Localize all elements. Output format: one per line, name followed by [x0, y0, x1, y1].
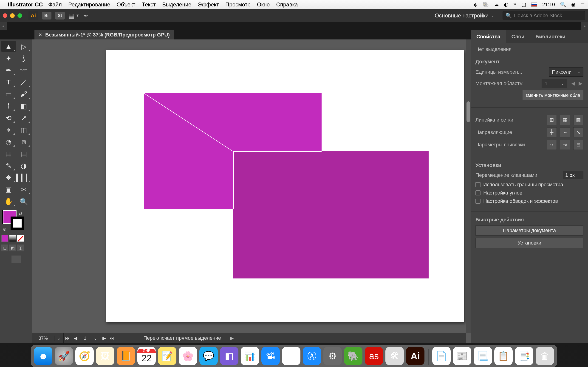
- window-maximize[interactable]: [17, 13, 22, 18]
- color-mode-none[interactable]: [17, 235, 24, 242]
- dock-document-1[interactable]: 📄: [432, 347, 451, 365]
- status-play-icon[interactable]: ▶: [230, 335, 233, 341]
- guides-lock-icon[interactable]: ⧜: [560, 127, 570, 137]
- snap-grid-icon[interactable]: ⇥: [560, 140, 570, 150]
- dock-finder[interactable]: ☻: [34, 347, 52, 365]
- pen-tool[interactable]: ✒: [1, 65, 16, 76]
- dock-trash[interactable]: 🗑: [536, 347, 554, 365]
- color-mode-gradient[interactable]: [9, 235, 16, 242]
- dropbox-icon[interactable]: ⬖: [474, 2, 477, 8]
- input-language-flag[interactable]: [531, 2, 537, 7]
- last-artboard-button[interactable]: ⏭: [108, 333, 116, 343]
- rectangle-shape-2[interactable]: [233, 151, 429, 278]
- color-mode-fill[interactable]: [1, 235, 8, 242]
- left-panel-expand[interactable]: «: [0, 22, 7, 30]
- stock-search-field[interactable]: 🔍 Поиск в Adobe Stock: [502, 11, 585, 20]
- artboard-nav[interactable]: ◀▶: [570, 81, 583, 86]
- dock-illustrator[interactable]: Ai: [406, 347, 424, 365]
- right-panel-expand[interactable]: »: [581, 22, 588, 30]
- dock-appstore[interactable]: Ⓐ: [303, 347, 321, 365]
- hand-tool[interactable]: ✋: [1, 196, 16, 207]
- tab-properties[interactable]: Свойства: [471, 30, 506, 43]
- use-preview-bounds-checkbox[interactable]: Использовать границы просмотра: [476, 182, 583, 188]
- edit-artboards-button[interactable]: зменить монтажные обла: [523, 90, 583, 100]
- magic-wand-tool[interactable]: ✦: [1, 53, 16, 64]
- column-graph-tool[interactable]: ▍▎▏: [17, 172, 31, 183]
- shaper-tool[interactable]: ⌇: [1, 100, 16, 111]
- rectangle-tool[interactable]: ▭: [1, 89, 16, 100]
- menu-help[interactable]: Справка: [276, 1, 298, 8]
- menubar-app-name[interactable]: Illustrator CC: [8, 1, 43, 8]
- dock-keynote[interactable]: 📽: [261, 347, 280, 365]
- lasso-tool[interactable]: ⟆: [17, 53, 31, 64]
- selection-tool[interactable]: ▲: [1, 41, 16, 52]
- dock-launchpad[interactable]: 🚀: [55, 347, 73, 365]
- dock-itunes[interactable]: ♪: [282, 347, 300, 365]
- artboard-tool[interactable]: ▣: [1, 184, 16, 195]
- first-artboard-button[interactable]: ⏮: [64, 333, 71, 343]
- blend-tool[interactable]: ◑: [17, 160, 31, 171]
- curvature-tool[interactable]: 〰: [17, 65, 31, 76]
- dock-app-purple[interactable]: ◧: [220, 347, 238, 365]
- eyedropper-tool[interactable]: ✎: [1, 160, 16, 171]
- menu-edit[interactable]: Редактирование: [68, 1, 110, 8]
- artboard-number[interactable]: 1: [79, 336, 91, 341]
- keymove-input[interactable]: 1 px: [563, 171, 583, 179]
- dock-calendar[interactable]: ЯНВ22: [137, 347, 156, 365]
- dock-document-2[interactable]: 📰: [453, 347, 471, 365]
- dock-photos[interactable]: 🌸: [179, 347, 197, 365]
- evernote-menubar-icon[interactable]: 🐘: [483, 2, 489, 8]
- mesh-tool[interactable]: ▦: [1, 148, 16, 159]
- menubar-clock[interactable]: 21:10: [542, 2, 555, 8]
- dock-messages[interactable]: 💬: [199, 347, 218, 365]
- artboard[interactable]: [106, 50, 464, 322]
- scale-strokes-checkbox[interactable]: Настройка обводок и эффектов: [476, 198, 583, 204]
- tab-libraries[interactable]: Библиотеки: [530, 30, 571, 43]
- dock-utility[interactable]: 🛠: [385, 347, 404, 365]
- dock-document-4[interactable]: 📋: [494, 347, 513, 365]
- grid-icon[interactable]: ▦: [560, 115, 570, 125]
- tab-layers[interactable]: Слои: [506, 30, 530, 43]
- bridge-button[interactable]: Br: [42, 12, 52, 19]
- gradient-tool[interactable]: ▤: [17, 148, 31, 159]
- preferences-button[interactable]: Установки: [476, 238, 583, 248]
- artboard-select[interactable]: 1⌄: [542, 79, 567, 88]
- draw-behind[interactable]: ◩: [9, 244, 16, 251]
- document-params-button[interactable]: Параметры документа: [476, 225, 583, 236]
- paintbrush-tool[interactable]: 🖌: [17, 89, 31, 100]
- dock-notes[interactable]: 📝: [158, 347, 176, 365]
- dock-document-5[interactable]: 📑: [515, 347, 533, 365]
- slice-tool[interactable]: ✂: [17, 184, 31, 195]
- gpu-preview-icon[interactable]: ✒: [83, 12, 88, 19]
- notification-center-icon[interactable]: ≣: [581, 2, 585, 8]
- symbol-sprayer-tool[interactable]: ❋: [1, 172, 16, 183]
- dock-numbers[interactable]: 📊: [241, 347, 259, 365]
- window-close[interactable]: [3, 13, 7, 18]
- artboard-dropdown[interactable]: ⌄: [91, 333, 100, 343]
- arrange-documents-button[interactable]: ▦ ▼: [69, 12, 79, 19]
- ruler-icon[interactable]: ⊞: [547, 115, 557, 125]
- zoom-dropdown[interactable]: ⌄: [54, 333, 64, 343]
- guides-show-icon[interactable]: ╋: [547, 127, 557, 137]
- battery-icon[interactable]: ▢: [521, 2, 526, 8]
- smart-guides-icon[interactable]: ⤡: [573, 127, 583, 137]
- snap-pixel-icon[interactable]: ⊟: [573, 140, 583, 150]
- menu-object[interactable]: Объект: [117, 1, 136, 8]
- type-tool[interactable]: T: [1, 77, 16, 88]
- zoom-level[interactable]: 37%: [32, 336, 54, 341]
- draw-inside[interactable]: ◫: [17, 244, 24, 251]
- cc-icon[interactable]: ◐: [504, 2, 508, 8]
- free-transform-tool[interactable]: ◫: [17, 124, 31, 135]
- shape-builder-tool[interactable]: ◔: [1, 136, 16, 147]
- menu-file[interactable]: Файл: [48, 1, 62, 8]
- units-select[interactable]: Пиксели⌄: [549, 67, 583, 77]
- dock-safari[interactable]: 🧭: [75, 347, 94, 365]
- vertical-scrollbar[interactable]: [466, 40, 471, 333]
- menu-view[interactable]: Просмотр: [225, 1, 251, 8]
- screen-mode-button[interactable]: [11, 256, 21, 263]
- menu-effect[interactable]: Эффект: [198, 1, 219, 8]
- scale-corners-checkbox[interactable]: Настройка углов: [476, 190, 583, 196]
- dock-evernote[interactable]: 🐘: [344, 347, 363, 365]
- transparency-grid-icon[interactable]: ▩: [573, 115, 583, 125]
- scale-tool[interactable]: ⤢: [17, 112, 31, 123]
